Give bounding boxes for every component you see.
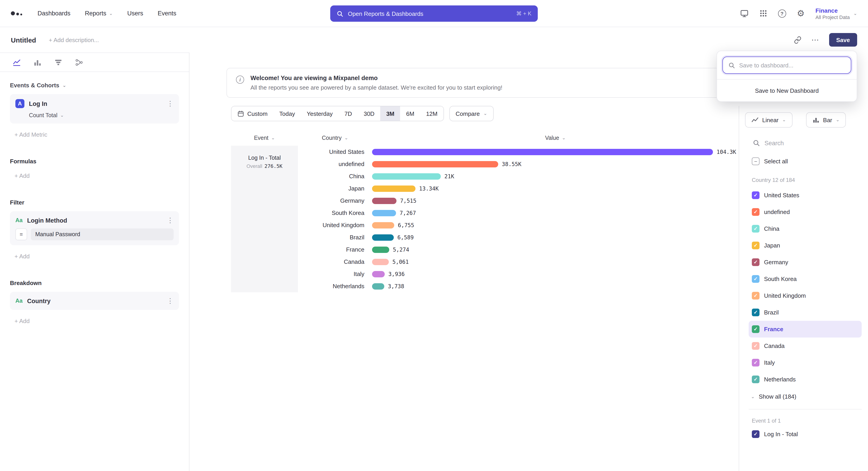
- checkbox-checked[interactable]: ✓: [752, 325, 760, 333]
- show-all-button[interactable]: ⌄ Show all (184): [751, 393, 868, 400]
- value-bar[interactable]: [372, 246, 389, 253]
- country-filter-item[interactable]: ✓Canada: [749, 337, 862, 354]
- checkbox-checked[interactable]: ✓: [752, 359, 760, 366]
- value-bar[interactable]: [372, 210, 396, 216]
- panel-search-input[interactable]: Search: [753, 139, 868, 147]
- nav-reports[interactable]: Reports⌄: [85, 10, 113, 17]
- events-cohorts-header[interactable]: Events & Cohorts⌄: [10, 82, 179, 89]
- checkbox-checked[interactable]: ✓: [752, 225, 760, 233]
- line-style-dropdown[interactable]: Linear⌄: [745, 112, 792, 127]
- country-filter-item[interactable]: ✓undefined: [749, 204, 862, 220]
- range-tab-3m[interactable]: 3M: [380, 106, 400, 121]
- tab-bar-chart-icon[interactable]: [33, 58, 41, 66]
- metric-card-log-in[interactable]: A Log In ⋮ Count Total⌄: [10, 94, 179, 123]
- checkbox-checked[interactable]: ✓: [752, 242, 760, 249]
- range-tab-yesterday[interactable]: Yesterday: [301, 106, 339, 121]
- checkbox-checked[interactable]: ✓: [752, 342, 760, 350]
- add-description-field[interactable]: + Add description...: [49, 36, 99, 43]
- range-tab-30d[interactable]: 30D: [358, 106, 380, 121]
- range-tab-12m[interactable]: 12M: [420, 106, 443, 121]
- breakdown-card-country[interactable]: Aa Country ⋮: [10, 292, 179, 310]
- global-search[interactable]: Open Reports & Dashboards ⌘ + K: [330, 5, 538, 22]
- value-bar[interactable]: [372, 222, 394, 228]
- country-filter-item[interactable]: ✓France: [749, 321, 862, 337]
- compare-button[interactable]: Compare⌄: [450, 106, 494, 121]
- range-tab-6m[interactable]: 6M: [400, 106, 420, 121]
- tab-flows-icon[interactable]: [75, 58, 83, 66]
- checkbox-checked[interactable]: ✓: [752, 275, 760, 283]
- country-filter-item[interactable]: ✓United Kingdom: [749, 287, 862, 304]
- country-filter-item[interactable]: ✓United States: [749, 187, 862, 204]
- filter-kebab-icon[interactable]: ⋮: [167, 216, 174, 225]
- checkbox-checked[interactable]: ✓: [752, 192, 760, 199]
- country-filter-label: United States: [764, 192, 799, 199]
- value-bar[interactable]: [372, 185, 415, 192]
- save-dashboard-search-input[interactable]: Save to dashboard...: [722, 57, 851, 74]
- chart-type-dropdown[interactable]: Bar⌄: [806, 112, 846, 127]
- column-header-event[interactable]: Event⌄: [231, 135, 298, 141]
- demo-monitor-icon[interactable]: [740, 9, 749, 18]
- range-tab-custom[interactable]: Custom: [231, 106, 274, 121]
- series-filter-panel: Linear⌄ Bar⌄ Search: [739, 106, 868, 471]
- range-tab-today[interactable]: Today: [274, 106, 301, 121]
- breakdown-kebab-icon[interactable]: ⋮: [167, 297, 174, 305]
- save-to-new-dashboard-button[interactable]: Save to New Dashboard: [717, 80, 857, 101]
- value-bar[interactable]: [372, 173, 441, 179]
- add-filter-button[interactable]: + Add: [14, 253, 179, 260]
- breakdown-property-name[interactable]: Country: [27, 297, 51, 304]
- value-bar[interactable]: [372, 198, 397, 204]
- banner-title: Welcome! You are viewing a Mixpanel demo: [250, 75, 502, 82]
- select-all-checkbox[interactable]: − Select all: [752, 157, 868, 165]
- settings-gear-icon[interactable]: ⚙: [797, 9, 805, 18]
- filter-property-name[interactable]: Login Method: [27, 217, 67, 224]
- value-bar[interactable]: [372, 234, 394, 240]
- mixpanel-logo-icon[interactable]: [11, 11, 23, 16]
- column-header-value[interactable]: Value⌄: [372, 135, 739, 141]
- help-icon[interactable]: ?: [778, 9, 786, 18]
- filter-card-login-method[interactable]: Aa Login Method ⋮ = Manual Password: [10, 211, 179, 245]
- nav-users[interactable]: Users: [127, 10, 143, 17]
- event-summary-cell[interactable]: Log In - Total Overall276.5K: [231, 146, 298, 292]
- filter-value-field[interactable]: Manual Password: [31, 229, 174, 240]
- metric-name[interactable]: Log In: [29, 100, 47, 107]
- tab-insights-chart-icon[interactable]: [13, 58, 21, 66]
- checkbox-checked[interactable]: ✓: [752, 292, 760, 299]
- country-filter-item[interactable]: ✓China: [749, 220, 862, 237]
- event-filter-item[interactable]: ✓ Log In - Total: [752, 430, 868, 438]
- indeterminate-checkbox-icon[interactable]: −: [752, 157, 760, 165]
- add-metric-button[interactable]: + Add Metric: [14, 131, 179, 138]
- value-bar[interactable]: [372, 283, 384, 289]
- report-title[interactable]: Untitled: [11, 36, 36, 44]
- country-filter-item[interactable]: ✓Brazil: [749, 304, 862, 321]
- project-switcher[interactable]: Finance All Project Data ⌄: [815, 7, 857, 20]
- checkbox-checked[interactable]: ✓: [752, 258, 760, 266]
- country-filter-label: Germany: [764, 259, 788, 266]
- share-link-icon[interactable]: [794, 36, 801, 44]
- country-filter-item[interactable]: ✓Japan: [749, 237, 862, 254]
- nav-dashboards[interactable]: Dashboards: [37, 10, 70, 17]
- country-filter-item[interactable]: ✓Italy: [749, 354, 862, 371]
- add-breakdown-button[interactable]: + Add: [14, 318, 179, 324]
- column-header-country[interactable]: Country⌄: [298, 135, 372, 141]
- more-options-icon[interactable]: ⋯: [811, 35, 819, 45]
- value-bar[interactable]: [372, 271, 385, 277]
- value-bar[interactable]: [372, 149, 713, 155]
- save-button[interactable]: Save: [829, 33, 857, 47]
- checkbox-checked[interactable]: ✓: [752, 376, 760, 383]
- checkbox-checked[interactable]: ✓: [752, 208, 760, 216]
- value-bar[interactable]: [372, 259, 389, 265]
- country-filter-item[interactable]: ✓Netherlands: [749, 371, 862, 388]
- checkbox-checked[interactable]: ✓: [752, 308, 760, 316]
- aggregation-selector[interactable]: Count Total⌄: [29, 112, 174, 119]
- filter-operator[interactable]: =: [16, 229, 27, 240]
- metric-kebab-icon[interactable]: ⋮: [167, 99, 174, 108]
- checkbox-checked[interactable]: ✓: [752, 430, 760, 438]
- value-bar[interactable]: [372, 161, 498, 167]
- apps-grid-icon[interactable]: [760, 9, 767, 17]
- country-filter-item[interactable]: ✓South Korea: [749, 271, 862, 287]
- country-filter-item[interactable]: ✓Germany: [749, 254, 862, 271]
- add-formula-button[interactable]: + Add: [14, 172, 179, 179]
- tab-funnel-icon[interactable]: [54, 58, 62, 66]
- nav-events[interactable]: Events: [158, 10, 176, 17]
- range-tab-7d[interactable]: 7D: [339, 106, 358, 121]
